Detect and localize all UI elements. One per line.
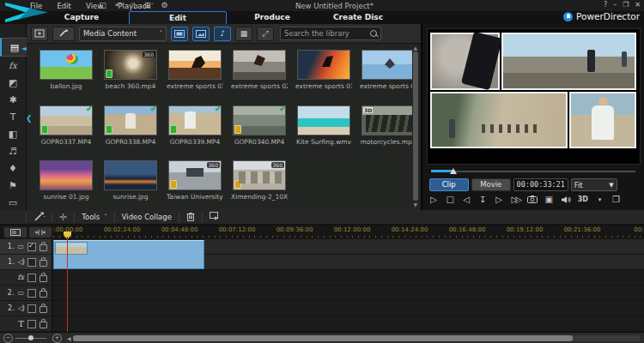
sidebar-item-voice-over-room[interactable]: ♦ [0, 159, 26, 177]
timeline-scrollbar[interactable] [73, 335, 641, 341]
seek-track[interactable] [431, 171, 635, 172]
scrollbar-thumb[interactable] [413, 51, 418, 201]
media-item[interactable]: ✓GOPR0338.MP4 [104, 105, 157, 155]
notification-bell-icon[interactable] [563, 12, 573, 21]
zoom-mode-dropdown[interactable]: Fit ▼ [571, 178, 617, 191]
movie-mode-button[interactable]: Movie [471, 178, 511, 191]
zoom-out-button[interactable]: − [3, 334, 13, 343]
media-thumbnail[interactable] [39, 50, 93, 80]
media-item[interactable]: ✓GOPR0339.MP4 [168, 105, 222, 155]
audio-track-2-lane[interactable] [52, 301, 644, 316]
scrollbar-thumb[interactable] [73, 335, 573, 341]
sidebar-item-title-room[interactable]: T [0, 108, 26, 125]
minimize-button[interactable]: – [613, 1, 617, 9]
track-header-audio-1[interactable]: 1. ◁) [0, 255, 52, 270]
timeline-ruler[interactable]: 00:00:00:00 00:02:24:00 00:04:48:00 00:0… [53, 225, 644, 239]
media-item[interactable]: Kite Surfing.wmv [297, 105, 350, 155]
media-thumbnail[interactable] [39, 160, 93, 190]
help-button[interactable]: ? [604, 1, 607, 9]
timecode-display[interactable]: 00:00:33:21 [513, 178, 568, 191]
3d-dropdown-arrow[interactable]: ▾ [595, 196, 605, 203]
timeline-clip[interactable] [53, 240, 204, 269]
timeline-tracks[interactable] [52, 239, 644, 332]
menu-edit[interactable]: Edit [51, 2, 76, 10]
lock-icon[interactable] [39, 322, 47, 328]
title-track-lane[interactable] [52, 316, 644, 332]
display-device-icon[interactable]: ⊟˅ [144, 1, 154, 9]
effect-track-lane[interactable] [52, 270, 644, 286]
tab-create-disc[interactable]: Create Disc [319, 11, 397, 23]
track-header-audio-2[interactable]: 2. ◁) [0, 301, 52, 316]
restore-button[interactable]: ❐ [623, 1, 629, 9]
media-item[interactable]: 360Ximending-2_10X.mp4 [233, 160, 286, 210]
track-header-effect[interactable]: fx [0, 270, 52, 286]
filter-audio-button[interactable]: ♪ [214, 27, 231, 41]
sidebar-item-transition-room[interactable]: ◧ [0, 125, 26, 142]
track-enable-checkbox[interactable] [27, 320, 36, 328]
media-thumbnail[interactable] [168, 50, 222, 80]
media-item[interactable]: ✓GOPR0337.MP4 [39, 105, 93, 155]
produce-range-icon[interactable] [210, 212, 220, 222]
redo-icon[interactable]: ↷ [129, 1, 138, 9]
filter-photo-button[interactable] [192, 27, 210, 41]
preview-seek-slider[interactable] [431, 168, 635, 175]
zoom-slider-thumb[interactable] [28, 335, 33, 340]
media-item[interactable]: extreme sports 04.jpg [361, 50, 415, 99]
media-thumbnail[interactable] [104, 160, 157, 190]
volume-button[interactable] [561, 196, 571, 204]
track-header-title[interactable]: T [0, 316, 52, 332]
track-enable-checkbox[interactable] [27, 243, 36, 251]
play-button[interactable]: ▷ [429, 195, 439, 204]
track-enable-checkbox[interactable] [27, 289, 36, 298]
scroll-down-icon[interactable]: ▼ [412, 202, 419, 208]
media-item[interactable]: ballon.jpg [39, 50, 93, 99]
media-thumbnail[interactable]: ✓ [39, 105, 93, 135]
lock-icon[interactable] [39, 291, 47, 298]
scroll-up-icon[interactable]: ▲ [412, 45, 419, 51]
media-item[interactable]: 360Taiwan University -2 ... [168, 160, 222, 210]
media-item[interactable]: 360beach 360.mp4 [104, 50, 157, 99]
sidebar-item-chapter-room[interactable]: ⚑ [0, 177, 26, 194]
media-item[interactable]: extreme sports 02.jpg [233, 50, 286, 99]
lock-icon[interactable] [39, 260, 47, 267]
tab-capture[interactable]: Capture [53, 11, 110, 23]
seek-thumb[interactable] [450, 168, 457, 174]
media-item[interactable]: sunrise 01.jpg [39, 160, 93, 210]
stop-button[interactable]: □ [446, 195, 455, 204]
import-media-button[interactable] [31, 27, 48, 41]
collapse-panel-arrow-icon[interactable]: ❮ [26, 114, 33, 123]
preview-quality-button[interactable]: ▣ [544, 195, 554, 204]
media-thumbnail[interactable]: 360 [168, 160, 222, 190]
magic-wand-icon[interactable] [33, 212, 45, 223]
media-thumbnail[interactable] [297, 105, 350, 135]
playhead-line[interactable] [67, 239, 68, 332]
search-input[interactable]: Search the library [280, 27, 381, 40]
detach-library-button[interactable]: ⤢ [257, 27, 274, 41]
sidebar-item-pip-objects-room[interactable]: ◩ [0, 74, 26, 91]
layout-icon[interactable]: ◱ [98, 1, 107, 9]
undock-preview-button[interactable]: ❐ [611, 195, 621, 204]
previous-frame-button[interactable]: ◁ [462, 195, 471, 204]
snapshot-camera-button[interactable] [527, 196, 538, 203]
sidebar-item-subtitle-room[interactable]: ▭ [0, 194, 26, 211]
sidebar-item-particle-room[interactable]: ✱ [0, 91, 26, 108]
undo-icon[interactable]: ↶ [113, 1, 123, 9]
track-enable-checkbox[interactable] [27, 304, 36, 313]
media-thumbnail[interactable]: 360 [233, 160, 286, 190]
sidebar-item-audio-mixing-room[interactable]: ♬ [0, 142, 26, 159]
scroll-left-icon[interactable]: ◀ [67, 335, 71, 341]
media-thumbnail[interactable]: ✓ [168, 105, 222, 135]
track-header-video-1[interactable]: 1. ▭ [0, 239, 52, 255]
zoom-in-button[interactable]: + [52, 334, 62, 343]
tab-produce[interactable]: Produce [242, 11, 302, 23]
library-view-button[interactable]: ▦ [235, 27, 252, 41]
collection-dropdown[interactable]: Media Content ˅ [79, 27, 167, 41]
media-thumbnail[interactable] [233, 50, 286, 80]
media-thumbnail[interactable]: ✓ [233, 105, 286, 135]
lock-icon[interactable] [39, 275, 47, 282]
3d-mode-button[interactable]: 3D [578, 196, 588, 203]
media-item[interactable]: extreme sports 01.jpg [168, 50, 222, 99]
seek-marker-button[interactable]: ↧ [478, 195, 488, 204]
clip-mode-button[interactable]: Clip [429, 178, 469, 191]
next-frame-button[interactable]: ▷ [495, 195, 504, 204]
